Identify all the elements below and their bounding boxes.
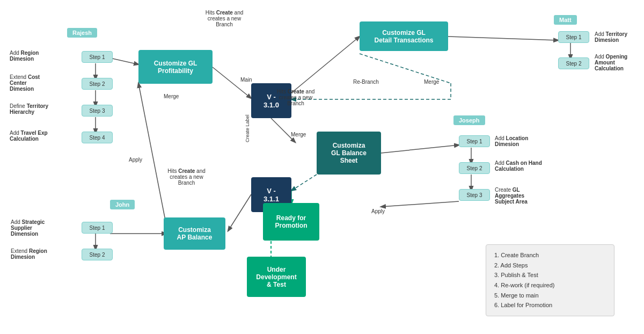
matt-badge: Matt — [554, 15, 577, 25]
customize-gl-balance-label: CustomizaGL BalanceSheet — [331, 142, 367, 164]
rajesh-label-3: Define TerritoryHierarchy — [10, 103, 77, 115]
rajesh-label-1: Add RegionDimesion — [10, 50, 77, 62]
matt-step1: Step 1 — [558, 31, 589, 43]
merge-label-1: Merge — [164, 93, 179, 99]
rajesh-step3: Step 3 — [82, 105, 113, 117]
svg-line-10 — [448, 37, 558, 40]
rajesh-badge: Rajesh — [67, 28, 97, 38]
svg-line-16 — [228, 194, 251, 231]
rajesh-step2: Step 2 — [82, 78, 113, 90]
joseph-label-2: Add Cash on HandCalculation — [495, 160, 565, 172]
john-badge: John — [110, 200, 135, 209]
joseph-badge: Joseph — [453, 115, 485, 125]
svg-line-11 — [271, 118, 295, 142]
john-step1: Step 1 — [82, 222, 113, 234]
under-development-label: UnderDevelopment& Test — [256, 266, 296, 288]
customize-gl-detail-box: Customize GLDetail Transactions — [360, 21, 448, 51]
joseph-label-3: Create GLAggregatesSubject Area — [495, 187, 565, 205]
customize-gl-detail-label: Customize GLDetail Transactions — [374, 29, 433, 44]
svg-line-12 — [381, 145, 459, 153]
ready-for-promotion-label: Ready forPromotion — [275, 214, 308, 229]
customize-gl-balance-box: CustomizaGL BalanceSheet — [317, 132, 381, 175]
legend-item-4: 4. Re-work (if required) — [494, 280, 606, 291]
hits-create-2: Hits Create andcreates a newBranch — [266, 89, 325, 106]
joseph-step1: Step 1 — [459, 135, 490, 147]
apply-label-1: Apply — [129, 157, 142, 163]
joseph-step2: Step 2 — [459, 162, 490, 174]
rajesh-step4: Step 4 — [82, 132, 113, 143]
legend-item-3: 3. Publish & Test — [494, 270, 606, 280]
svg-line-22 — [381, 201, 459, 207]
customize-gl-profitability-box: Customize GL Profitability — [138, 50, 213, 84]
john-label-2: Extend RegionDimesion — [11, 248, 78, 260]
customize-ap-balance-label: CustomizaAP Balance — [177, 226, 213, 241]
joseph-label-1: Add LocationDimesion — [495, 135, 565, 147]
joseph-step3: Step 3 — [459, 189, 490, 201]
john-step2: Step 2 — [82, 249, 113, 260]
legend-item-6: 6. Label for Promotion — [494, 300, 606, 310]
v311-label: V -3.1.1 — [264, 187, 279, 203]
svg-line-3 — [110, 58, 138, 64]
svg-line-15 — [291, 175, 317, 191]
customize-gl-profitability-label: Customize GL Profitability — [154, 60, 197, 75]
legend-item-2: 2. Add Steps — [494, 260, 606, 271]
customize-ap-balance-box: CustomizaAP Balance — [164, 217, 225, 250]
john-label-1: Add StrategicSupplierDimension — [11, 219, 78, 237]
rajesh-label-4: Add Travel ExpCalculation — [10, 130, 77, 142]
merge-label-2: Merge — [291, 132, 306, 137]
svg-line-5 — [291, 37, 360, 93]
legend-item-5: 5. Merge to main — [494, 291, 606, 301]
legend-item-1: 1. Create Branch — [494, 250, 606, 260]
main-label: Main — [240, 77, 252, 83]
merge-label-3: Merge — [424, 79, 439, 85]
ready-for-promotion-box: Ready forPromotion — [263, 203, 319, 241]
rajesh-label-2: Extend CostCenterDimesion — [10, 74, 77, 92]
rebranch-label: Re-Branch — [353, 79, 379, 85]
rajesh-step1: Step 1 — [82, 51, 113, 63]
create-label-text: Create Label — [245, 114, 250, 142]
hits-create-3: Hits Create andcreates a newBranch — [156, 168, 217, 186]
hits-create-1: Hits Create andcreates a newBranch — [195, 10, 254, 27]
matt-label-1: Add TerritoryDimesion — [595, 31, 644, 43]
diagram-container: Rajesh Matt Joseph John Customize GL Pro… — [0, 0, 644, 334]
matt-step2: Step 2 — [558, 57, 589, 69]
matt-label-2: Add OpeningAmountCalculation — [595, 54, 644, 71]
apply-label-2: Apply — [371, 208, 385, 214]
svg-line-4 — [213, 67, 251, 98]
under-development-box: UnderDevelopment& Test — [247, 257, 306, 297]
svg-line-19 — [138, 83, 166, 226]
legend-box: 1. Create Branch 2. Add Steps 3. Publish… — [486, 244, 614, 316]
